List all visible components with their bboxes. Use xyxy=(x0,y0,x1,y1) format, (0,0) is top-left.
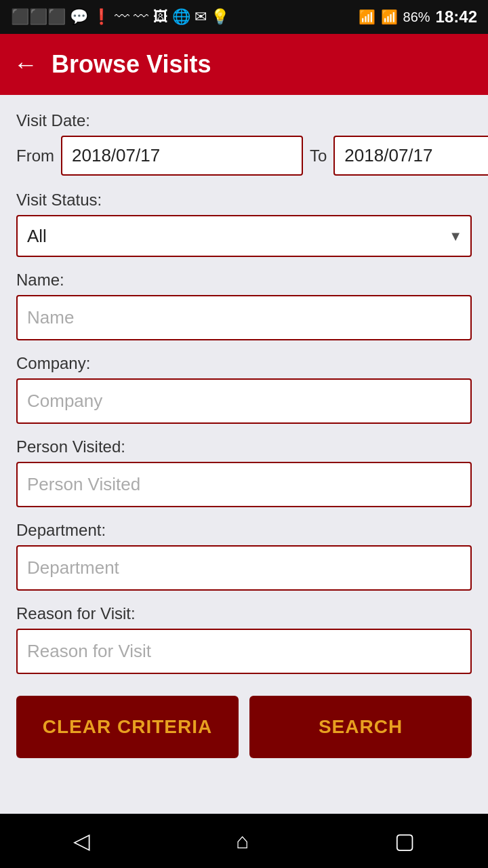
form-content: Visit Date: From To Visit Status: All Ch… xyxy=(0,95,488,814)
visit-status-select[interactable]: All Checked In Checked Out Pending xyxy=(16,215,472,257)
visit-status-wrapper: All Checked In Checked Out Pending ▼ xyxy=(16,215,472,257)
date-range-row: From To xyxy=(16,136,472,176)
status-icons-left: ⬛⬛⬛ 💬 ❗ 〰 〰 🖼 🌐 ✉ 💡 xyxy=(11,8,229,26)
time-display: 18:42 xyxy=(436,7,477,26)
name-input[interactable] xyxy=(16,295,472,340)
back-button[interactable]: ← xyxy=(14,50,38,79)
name-label: Name: xyxy=(16,271,472,290)
status-bar: ⬛⬛⬛ 💬 ❗ 〰 〰 🖼 🌐 ✉ 💡 📶 📶 86% 18:42 xyxy=(0,0,488,34)
person-visited-label: Person Visited: xyxy=(16,437,472,456)
app-bar: ← Browse Visits xyxy=(0,34,488,95)
nav-recent-icon[interactable]: ▢ xyxy=(394,828,415,854)
nav-bar: ◁ ⌂ ▢ xyxy=(0,814,488,868)
nav-back-icon[interactable]: ◁ xyxy=(73,828,90,854)
signal-icon: 📶 xyxy=(381,9,398,25)
from-date-input[interactable] xyxy=(61,136,303,176)
to-label: To xyxy=(310,146,327,165)
reason-input[interactable] xyxy=(16,629,472,674)
search-button[interactable]: SEARCH xyxy=(249,696,472,758)
visit-date-label: Visit Date: xyxy=(16,111,472,130)
nav-home-icon[interactable]: ⌂ xyxy=(236,829,249,854)
page-title: Browse Visits xyxy=(52,50,211,79)
person-visited-input[interactable] xyxy=(16,462,472,507)
battery-level: 86% xyxy=(403,9,430,25)
from-label: From xyxy=(16,146,54,165)
department-input[interactable] xyxy=(16,545,472,591)
notification-icons: ⬛⬛⬛ 💬 ❗ 〰 〰 🖼 🌐 ✉ 💡 xyxy=(11,8,229,26)
to-date-input[interactable] xyxy=(333,136,488,176)
department-label: Department: xyxy=(16,521,472,540)
action-buttons-row: CLEAR CRITERIA SEARCH xyxy=(16,696,472,758)
wifi-icon: 📶 xyxy=(359,9,375,25)
clear-criteria-button[interactable]: CLEAR CRITERIA xyxy=(16,696,239,758)
company-input[interactable] xyxy=(16,378,472,424)
reason-label: Reason for Visit: xyxy=(16,604,472,623)
company-label: Company: xyxy=(16,354,472,373)
visit-status-label: Visit Status: xyxy=(16,191,472,210)
status-icons-right: 📶 📶 86% 18:42 xyxy=(359,7,477,26)
